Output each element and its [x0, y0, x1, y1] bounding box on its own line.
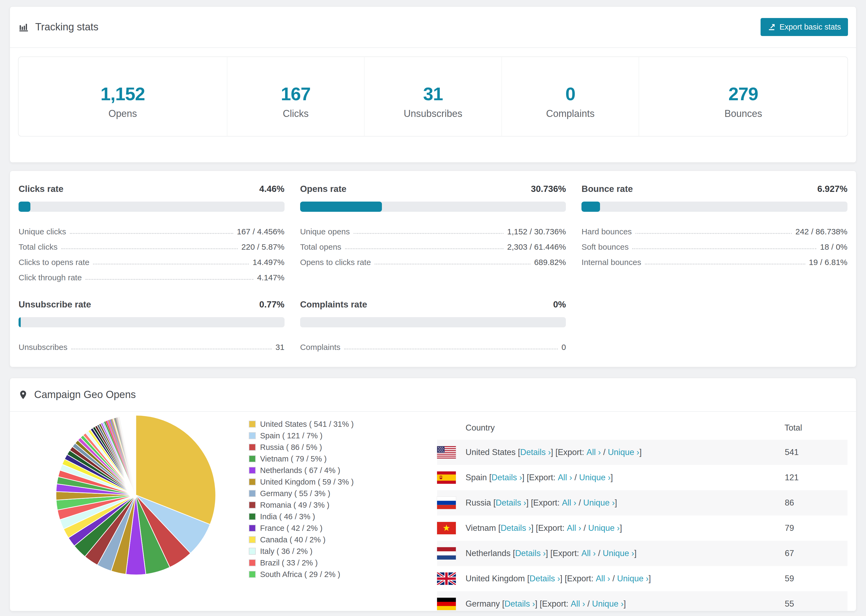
legend-swatch	[249, 467, 256, 474]
stat-detail-row: Unsubscribes 31	[19, 336, 285, 352]
country-name: Netherlands	[466, 548, 510, 558]
legend-swatch	[249, 513, 256, 520]
stat-detail-row: Clicks to opens rate 14.497%	[19, 251, 285, 267]
legend-item-south-africa[interactable]: South Africa ( 29 / 2% )	[249, 570, 410, 579]
bracket-close: ]	[611, 473, 613, 482]
rate-head: Unsubscribe rate 0.77%	[19, 299, 285, 310]
legend-swatch	[249, 559, 256, 566]
rate-rows: Unique opens 1,152 / 30.736% Total opens…	[300, 221, 566, 267]
legend-label: Spain ( 121 / 7% )	[260, 431, 323, 440]
details-link[interactable]: Details ›	[501, 523, 531, 533]
stat-detail-row: Unique opens 1,152 / 30.736%	[300, 221, 566, 236]
export-unique-link[interactable]: Unique ›	[588, 523, 620, 533]
summary-stat-bounces: 279 Bounces	[639, 57, 847, 136]
bracket-close: ]	[639, 448, 642, 457]
dotted-leader	[345, 248, 504, 249]
country-total: 79	[784, 515, 847, 541]
legend-label: United States ( 541 / 31% )	[260, 420, 354, 428]
stat-detail-row: Internal bounces 19 / 6.81%	[581, 251, 847, 267]
details-link[interactable]: Details ›	[496, 498, 526, 508]
progress-bar	[300, 201, 566, 212]
dotted-leader	[344, 349, 558, 349]
tracking-stats-title: Tracking stats	[18, 21, 98, 33]
link-separator: /	[596, 548, 603, 558]
export-all-link[interactable]: All ›	[596, 574, 610, 583]
progress-bar	[19, 317, 285, 327]
bracket-close: ]	[620, 523, 622, 533]
rate-value: 0.77%	[259, 299, 285, 310]
flag-ru-icon	[437, 497, 456, 509]
legend-item-germany[interactable]: Germany ( 55 / 3% )	[249, 489, 410, 498]
export-unique-link[interactable]: Unique ›	[617, 574, 649, 583]
export-all-link[interactable]: All ›	[562, 498, 576, 508]
stat-detail-row: Soft bounces 18 / 0%	[581, 236, 847, 251]
legend-item-russia[interactable]: Russia ( 86 / 5% )	[249, 443, 410, 451]
export-all-link[interactable]: All ›	[558, 473, 572, 482]
detail-value: 0	[562, 343, 566, 352]
progress-fill	[19, 317, 21, 327]
export-unique-link[interactable]: Unique ›	[579, 473, 611, 482]
legend-swatch	[249, 525, 256, 532]
progress-fill	[581, 201, 600, 212]
flag-de-icon	[437, 598, 456, 610]
dotted-leader	[632, 248, 816, 249]
stat-label: Bounces	[639, 108, 847, 119]
table-row-vietnam: Vietnam [ Details › ] [Export: All › / U…	[437, 515, 847, 541]
legend-item-united-states[interactable]: United States ( 541 / 31% )	[249, 420, 410, 428]
legend-item-vietnam[interactable]: Vietnam ( 79 / 5% )	[249, 454, 410, 463]
legend-swatch	[249, 455, 256, 462]
stat-value: 1,152	[19, 84, 227, 104]
export-all-link[interactable]: All ›	[571, 599, 585, 609]
rate-title: Clicks rate	[19, 184, 63, 194]
dotted-leader	[645, 264, 805, 264]
dotted-leader	[354, 233, 504, 234]
legend-label: Russia ( 86 / 5% )	[260, 443, 322, 451]
rates-card: Clicks rate 4.46% Unique clicks 167 / 4.…	[10, 171, 856, 367]
legend-item-canada[interactable]: Canada ( 40 / 2% )	[249, 535, 410, 544]
legend-item-italy[interactable]: Italy ( 36 / 2% )	[249, 547, 410, 556]
export-all-link[interactable]: All ›	[567, 523, 581, 533]
rate-block-bounce-rate: Bounce rate 6.927% Hard bounces 242 / 86…	[581, 184, 847, 282]
bracket-open: [	[525, 574, 529, 583]
export-prefix: ] [Export:	[546, 548, 581, 558]
export-unique-link[interactable]: Unique ›	[592, 599, 624, 609]
export-unique-link[interactable]: Unique ›	[608, 448, 639, 457]
stat-value: 279	[639, 84, 847, 104]
details-link[interactable]: Details ›	[491, 473, 522, 482]
export-prefix: ] [Export:	[531, 523, 567, 533]
summary-stat-complaints: 0 Complaints	[502, 57, 639, 136]
tracking-stats-title-text: Tracking stats	[35, 21, 98, 33]
legend-item-spain[interactable]: Spain ( 121 / 7% )	[249, 431, 410, 440]
export-unique-link[interactable]: Unique ›	[603, 548, 634, 558]
legend-item-france[interactable]: France ( 42 / 2% )	[249, 524, 410, 533]
export-all-link[interactable]: All ›	[587, 448, 601, 457]
legend-label: Romania ( 49 / 3% )	[260, 501, 329, 509]
export-unique-link[interactable]: Unique ›	[583, 498, 615, 508]
stat-label: Complaints	[502, 108, 639, 119]
country-cell: Germany [ Details › ] [Export: All › / U…	[437, 591, 784, 611]
rate-title: Opens rate	[300, 184, 346, 194]
legend-item-india[interactable]: India ( 46 / 3% )	[249, 512, 410, 521]
rate-value: 0%	[553, 299, 566, 310]
geo-table-wrap: Country Total United States [ Details › …	[437, 418, 847, 611]
legend-item-brazil[interactable]: Brazil ( 33 / 2% )	[249, 558, 410, 567]
rate-rows: Unsubscribes 31	[19, 336, 285, 352]
details-link[interactable]: Details ›	[520, 448, 551, 457]
detail-value: 4.147%	[257, 273, 285, 282]
legend-item-netherlands[interactable]: Netherlands ( 67 / 4% )	[249, 466, 410, 475]
rate-title: Complaints rate	[300, 299, 367, 310]
legend-label: Italy ( 36 / 2% )	[260, 547, 313, 556]
export-all-link[interactable]: All ›	[581, 548, 596, 558]
details-link[interactable]: Details ›	[505, 599, 535, 609]
legend-item-romania[interactable]: Romania ( 49 / 3% )	[249, 501, 410, 509]
details-link[interactable]: Details ›	[515, 548, 546, 558]
geo-opens-title-text: Campaign Geo Opens	[34, 389, 136, 401]
detail-value: 19 / 6.81%	[809, 258, 847, 267]
legend-label: Germany ( 55 / 3% )	[260, 489, 330, 498]
export-basic-stats-button[interactable]: Export basic stats	[761, 18, 848, 36]
summary-stats: 1,152 Opens 167 Clicks 31 Unsubscribes 0…	[18, 57, 848, 137]
details-link[interactable]: Details ›	[529, 574, 560, 583]
stat-detail-row: Unique clicks 167 / 4.456%	[19, 221, 285, 236]
legend-item-united-kingdom[interactable]: United Kingdom ( 59 / 3% )	[249, 478, 410, 486]
table-row-united-kingdom: United Kingdom [ Details › ] [Export: Al…	[437, 566, 847, 591]
